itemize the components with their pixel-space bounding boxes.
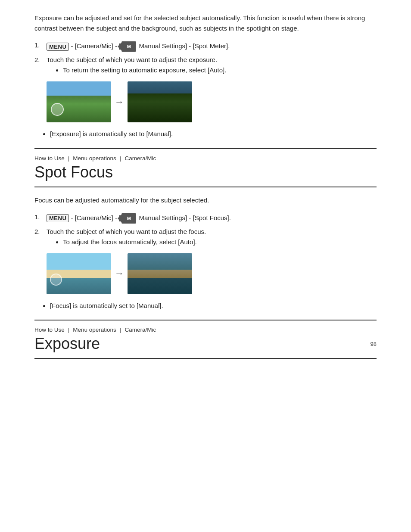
step2-2-sub-item: To adjust the focus automatically, selec…	[63, 237, 377, 247]
section2-note: [Focus] is automatically set to [Manual]…	[34, 300, 377, 311]
breadcrumb3-part3: Camera/Mic	[125, 327, 156, 333]
page-container: Exposure can be adjusted and set for the…	[0, 0, 411, 380]
step-1-menu-key: MENU	[47, 42, 69, 50]
beach-image-before	[47, 253, 111, 294]
page-number: 98	[371, 341, 377, 347]
section1-steps: 1. MENU - [Camera/Mic] - [M Manual Setti…	[34, 41, 377, 75]
step2-1: 1. MENU - [Camera/Mic] - [M Manual Setti…	[34, 213, 377, 224]
step-1-content: MENU - [Camera/Mic] - [M Manual Settings…	[47, 41, 377, 52]
step-2-sub-item: To return the setting to automatic expos…	[63, 65, 377, 75]
section2-title: Spot Focus	[34, 163, 113, 181]
beach-image-after	[128, 253, 192, 294]
section1-images: →	[47, 81, 377, 122]
step2-1-text-before: - [Camera/Mic] - [	[69, 214, 121, 221]
touch-indicator-1	[51, 103, 64, 116]
step-1-text-after: Manual Settings] - [Spot Meter].	[137, 42, 230, 50]
section2-title-area: Spot Focus	[34, 163, 377, 187]
section2-intro: Focus can be adjusted automatically for …	[34, 195, 377, 205]
step-2: 2. Touch the subject of which you want t…	[34, 56, 377, 75]
breadcrumb-sep1: |	[68, 155, 70, 162]
step2-2: 2. Touch the subject of which you want t…	[34, 228, 377, 247]
section3-title: Exposure	[34, 335, 100, 353]
section-divider-2	[34, 320, 377, 320]
step2-2-text: Touch the subject of which you want to a…	[47, 228, 206, 235]
step-1-text-before: - [Camera/Mic] - [	[69, 42, 121, 50]
menu-key-icon-2: MENU	[47, 214, 69, 222]
section3-title-area: Exposure 98	[34, 335, 377, 359]
section-divider-1	[34, 148, 377, 149]
step-1: 1. MENU - [Camera/Mic] - [M Manual Setti…	[34, 41, 377, 52]
step-2-subbullet: To return the setting to automatic expos…	[55, 65, 377, 75]
step-2-text: Touch the subject of which you want to a…	[47, 56, 217, 63]
breadcrumb-part3: Camera/Mic	[125, 155, 156, 162]
breadcrumb3-sep1: |	[68, 327, 70, 333]
arrow-icon-2: →	[115, 268, 124, 279]
step2-1-menu-key: MENU	[47, 214, 69, 221]
touch-indicator-2	[50, 274, 62, 286]
manual-settings-icon-2: M	[121, 213, 136, 224]
step2-2-subbullet: To adjust the focus automatically, selec…	[55, 237, 377, 247]
step2-1-text-after: Manual Settings] - [Spot Focus].	[137, 214, 231, 221]
section1-intro: Exposure can be adjusted and set for the…	[34, 13, 377, 34]
breadcrumb-part2: Menu operations	[73, 155, 116, 162]
section2-note-item: [Focus] is automatically set to [Manual]…	[50, 300, 377, 311]
section1-note-item: [Exposure] is automatically set to [Manu…	[50, 128, 377, 140]
breadcrumb3-sep2: |	[120, 327, 121, 333]
step2-2-num: 2.	[34, 228, 47, 235]
section1-note: [Exposure] is automatically set to [Manu…	[34, 128, 377, 140]
breadcrumb-part1: How to Use	[34, 155, 65, 162]
step-2-num: 2.	[34, 56, 47, 63]
manual-settings-icon: M	[121, 41, 136, 52]
garden-image-before	[47, 81, 111, 122]
breadcrumb3-part2: Menu operations	[73, 327, 116, 333]
step2-2-content: Touch the subject of which you want to a…	[47, 228, 377, 247]
section2-breadcrumb: How to Use | Menu operations | Camera/Mi…	[34, 155, 377, 162]
breadcrumb-sep2: |	[120, 155, 121, 162]
breadcrumb3-part1: How to Use	[34, 327, 65, 333]
garden-image-after	[128, 81, 192, 122]
menu-key-icon: MENU	[47, 43, 69, 51]
step2-1-content: MENU - [Camera/Mic] - [M Manual Settings…	[47, 213, 377, 224]
section2-steps: 1. MENU - [Camera/Mic] - [M Manual Setti…	[34, 213, 377, 247]
section2-images: →	[47, 253, 377, 294]
step2-1-num: 1.	[34, 213, 47, 221]
arrow-icon: →	[115, 96, 124, 108]
step-2-content: Touch the subject of which you want to a…	[47, 56, 377, 75]
section3-breadcrumb: How to Use | Menu operations | Camera/Mi…	[34, 327, 377, 333]
step-1-num: 1.	[34, 41, 47, 49]
